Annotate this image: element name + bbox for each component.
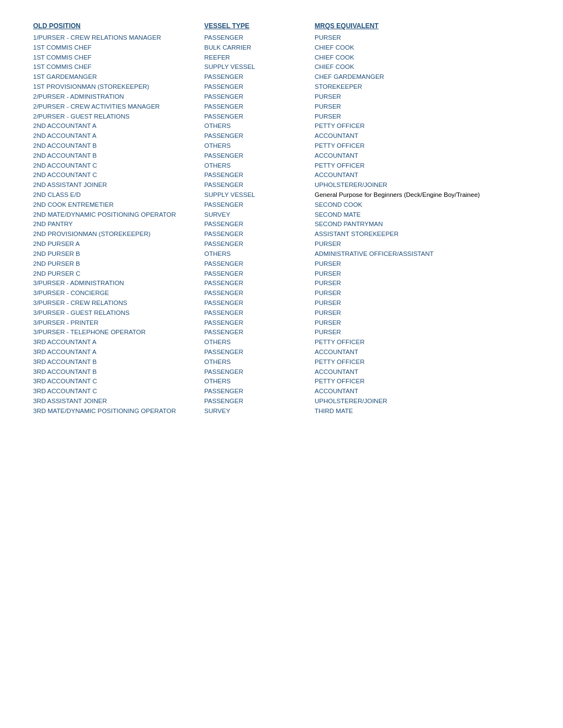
cell-old-position: 3/PURSER - CONCIERGE — [33, 288, 204, 298]
table-row: 3/PURSER - ADMINISTRATIONPASSENGERPURSER — [33, 279, 530, 288]
table-row: 2ND ACCOUNTANT APASSENGERACCOUNTANT — [33, 131, 530, 141]
table-row: 3RD ACCOUNTANT COTHERSPETTY OFFICER — [33, 377, 530, 387]
cell-old-position: 3RD MATE/DYNAMIC POSITIONING OPERATOR — [33, 406, 204, 416]
cell-mrqs-equivalent: PURSER — [315, 288, 530, 298]
cell-old-position: 2ND MATE/DYNAMIC POSITIONING OPERATOR — [33, 210, 204, 220]
table-row: 3RD ASSISTANT JOINERPASSENGERUPHOLSTERER… — [33, 397, 530, 406]
header-vessel-type: VESSEL TYPE — [204, 22, 315, 30]
cell-mrqs-equivalent: PETTY OFFICER — [315, 357, 530, 367]
cell-old-position: 2ND CLASS E/D — [33, 190, 204, 200]
cell-mrqs-equivalent: ACCOUNTANT — [315, 367, 530, 377]
table-row: 2ND MATE/DYNAMIC POSITIONING OPERATORSUR… — [33, 210, 530, 220]
cell-vessel-type: PASSENGER — [204, 82, 315, 92]
cell-vessel-type: PASSENGER — [204, 318, 315, 328]
cell-old-position: 2/PURSER - CREW ACTIVITIES MANAGER — [33, 102, 204, 112]
table-header: OLD POSITION VESSEL TYPE MRQS EQUIVALENT — [33, 22, 530, 30]
table-row: 1/PURSER - CREW RELATIONS MANAGERPASSENG… — [33, 33, 530, 43]
cell-vessel-type: SUPPLY VESSEL — [204, 62, 315, 72]
cell-vessel-type: SURVEY — [204, 210, 315, 220]
cell-vessel-type: PASSENGER — [204, 387, 315, 397]
cell-old-position: 2ND ACCOUNTANT B — [33, 151, 204, 161]
table-row: 2ND COOK ENTREMETIERPASSENGERSECOND COOK — [33, 200, 530, 210]
table-row: 2/PURSER - ADMINISTRATIONPASSENGERPURSER — [33, 92, 530, 102]
cell-mrqs-equivalent: PURSER — [315, 259, 530, 269]
cell-mrqs-equivalent: PURSER — [315, 308, 530, 318]
table-row: 2/PURSER - GUEST RELATIONSPASSENGERPURSE… — [33, 112, 530, 122]
table-row: 2ND PURSER BPASSENGERPURSER — [33, 259, 530, 269]
cell-old-position: 2ND PROVISIONMAN (STOREKEEPER) — [33, 229, 204, 239]
cell-old-position: 3/PURSER - TELEPHONE OPERATOR — [33, 328, 204, 338]
table-row: 3RD ACCOUNTANT BOTHERSPETTY OFFICER — [33, 357, 530, 367]
cell-mrqs-equivalent: PURSER — [315, 112, 530, 122]
cell-mrqs-equivalent: CHIEF COOK — [315, 43, 530, 53]
cell-vessel-type: OTHERS — [204, 141, 315, 151]
cell-old-position: 2ND PANTRY — [33, 220, 204, 229]
cell-mrqs-equivalent: STOREKEEPER — [315, 82, 530, 92]
cell-vessel-type: PASSENGER — [204, 288, 315, 298]
cell-mrqs-equivalent: PURSER — [315, 298, 530, 308]
cell-old-position: 3/PURSER - ADMINISTRATION — [33, 279, 204, 288]
cell-vessel-type: PASSENGER — [204, 308, 315, 318]
cell-old-position: 3RD ACCOUNTANT A — [33, 338, 204, 347]
table-row: 2ND PURSER BOTHERSADMINISTRATIVE OFFICER… — [33, 249, 530, 259]
cell-mrqs-equivalent: SECOND MATE — [315, 210, 530, 220]
cell-old-position: 2/PURSER - ADMINISTRATION — [33, 92, 204, 102]
table-row: 3/PURSER - PRINTERPASSENGERPURSER — [33, 318, 530, 328]
cell-old-position: 3/PURSER - CREW RELATIONS — [33, 298, 204, 308]
table-row: 3/PURSER - TELEPHONE OPERATORPASSENGERPU… — [33, 328, 530, 338]
cell-mrqs-equivalent: PETTY OFFICER — [315, 377, 530, 387]
cell-old-position: 2ND ASSISTANT JOINER — [33, 180, 204, 190]
table-row: 2ND PROVISIONMAN (STOREKEEPER)PASSENGERA… — [33, 229, 530, 239]
cell-vessel-type: SUPPLY VESSEL — [204, 190, 315, 200]
cell-vessel-type: PASSENGER — [204, 200, 315, 210]
cell-old-position: 3/PURSER - PRINTER — [33, 318, 204, 328]
table-row: 2ND PURSER CPASSENGERPURSER — [33, 269, 530, 279]
cell-mrqs-equivalent: PURSER — [315, 92, 530, 102]
cell-vessel-type: PASSENGER — [204, 328, 315, 338]
table-row: 3/PURSER - GUEST RELATIONSPASSENGERPURSE… — [33, 308, 530, 318]
cell-old-position: 2ND COOK ENTREMETIER — [33, 200, 204, 210]
cell-old-position: 3RD ACCOUNTANT B — [33, 367, 204, 377]
cell-vessel-type: PASSENGER — [204, 112, 315, 122]
cell-mrqs-equivalent: PETTY OFFICER — [315, 338, 530, 347]
table-row: 1ST COMMIS CHEFREEFERCHIEF COOK — [33, 53, 530, 63]
cell-vessel-type: SURVEY — [204, 406, 315, 416]
cell-vessel-type: PASSENGER — [204, 367, 315, 377]
table-row: 3RD ACCOUNTANT APASSENGERACCOUNTANT — [33, 347, 530, 357]
cell-vessel-type: PASSENGER — [204, 92, 315, 102]
table-row: 2ND ACCOUNTANT COTHERSPETTY OFFICER — [33, 161, 530, 171]
table-row: 2/PURSER - CREW ACTIVITIES MANAGERPASSEN… — [33, 102, 530, 112]
table-row: 3RD MATE/DYNAMIC POSITIONING OPERATORSUR… — [33, 406, 530, 416]
cell-mrqs-equivalent: ACCOUNTANT — [315, 170, 530, 180]
cell-vessel-type: PASSENGER — [204, 180, 315, 190]
cell-vessel-type: PASSENGER — [204, 131, 315, 141]
cell-mrqs-equivalent: ACCOUNTANT — [315, 151, 530, 161]
cell-old-position: 2ND ACCOUNTANT B — [33, 141, 204, 151]
cell-old-position: 2ND PURSER B — [33, 259, 204, 269]
table-row: 2ND PURSER APASSENGERPURSER — [33, 239, 530, 249]
table-row: 3/PURSER - CONCIERGEPASSENGERPURSER — [33, 288, 530, 298]
cell-old-position: 1ST COMMIS CHEF — [33, 53, 204, 63]
cell-vessel-type: OTHERS — [204, 338, 315, 347]
cell-mrqs-equivalent: General Purpose for Beginners (Deck/Engi… — [315, 190, 530, 200]
cell-old-position: 2ND ACCOUNTANT A — [33, 131, 204, 141]
cell-mrqs-equivalent: ASSISTANT STOREKEEPER — [315, 229, 530, 239]
cell-vessel-type: PASSENGER — [204, 170, 315, 180]
cell-mrqs-equivalent: ACCOUNTANT — [315, 131, 530, 141]
cell-old-position: 2ND ACCOUNTANT C — [33, 170, 204, 180]
table-row: 1ST PROVISIONMAN (STOREKEEPER)PASSENGERS… — [33, 82, 530, 92]
cell-mrqs-equivalent: PURSER — [315, 102, 530, 112]
cell-old-position: 3RD ACCOUNTANT A — [33, 347, 204, 357]
cell-old-position: 1ST PROVISIONMAN (STOREKEEPER) — [33, 82, 204, 92]
cell-vessel-type: PASSENGER — [204, 397, 315, 406]
cell-old-position: 2ND ACCOUNTANT A — [33, 121, 204, 131]
table-row: 2ND ACCOUNTANT CPASSENGERACCOUNTANT — [33, 170, 530, 180]
cell-vessel-type: PASSENGER — [204, 72, 315, 82]
cell-vessel-type: PASSENGER — [204, 298, 315, 308]
cell-mrqs-equivalent: SECOND COOK — [315, 200, 530, 210]
table-row: 1ST COMMIS CHEFBULK CARRIERCHIEF COOK — [33, 43, 530, 53]
cell-old-position: 2/PURSER - GUEST RELATIONS — [33, 112, 204, 122]
cell-mrqs-equivalent: ACCOUNTANT — [315, 347, 530, 357]
cell-mrqs-equivalent: CHEF GARDEMANGER — [315, 72, 530, 82]
cell-mrqs-equivalent: CHIEF COOK — [315, 62, 530, 72]
